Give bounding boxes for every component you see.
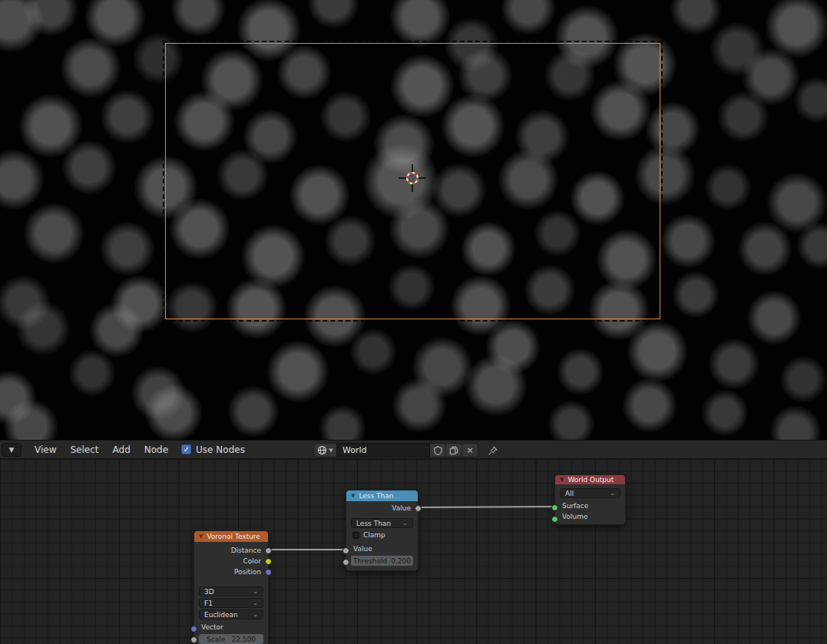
world-browse-button[interactable]: ▼ (313, 443, 337, 457)
node-header[interactable]: ▼ Voronoi Texture (194, 531, 268, 542)
output-color-label: Color (243, 557, 262, 565)
bokeh-blob (557, 348, 604, 395)
socket-distance-output[interactable] (265, 547, 272, 554)
pin-id-button[interactable] (488, 445, 498, 456)
3d-viewport-render[interactable] (0, 0, 827, 440)
bokeh-blob (0, 149, 45, 210)
bokeh-blob (779, 355, 827, 403)
output-value-label: Value (392, 504, 411, 512)
bokeh-blob (61, 140, 117, 195)
bokeh-blob (742, 48, 801, 107)
menu-select[interactable]: Select (63, 444, 105, 455)
shader-node-editor[interactable]: ▼ Voronoi Texture Distance Color Positio… (0, 459, 827, 644)
node-world-output[interactable]: ▼ World Output All ⌄ Surface Volume (554, 474, 626, 525)
bokeh-blob (266, 340, 329, 403)
close-icon: × (466, 445, 473, 455)
bokeh-blob (392, 378, 447, 433)
bokeh-blob (708, 338, 759, 389)
bokeh-blob (60, 37, 121, 97)
bokeh-blob (100, 221, 155, 276)
world-datablock-widget: ▼ World × (313, 443, 498, 457)
bokeh-blob (672, 271, 719, 319)
editor-type-dropdown[interactable]: ▼ (2, 443, 22, 457)
bokeh-blob (737, 221, 792, 276)
dimensions-dropdown[interactable]: 3D ⌄ (199, 586, 263, 596)
bokeh-blob (23, 0, 78, 37)
socket-value-input[interactable] (342, 547, 349, 554)
blender-window: ▼ View Select Add Node ✓ Use Nodes ▼ Wor… (0, 0, 827, 644)
clamp-toggle[interactable]: Clamp (346, 530, 418, 540)
bokeh-blob (547, 400, 595, 440)
chevron-down-icon: ⌄ (253, 588, 258, 595)
input-value-label: Value (353, 545, 372, 553)
menu-add[interactable]: Add (106, 444, 137, 455)
pin-icon (488, 445, 498, 456)
bokeh-blob (796, 222, 827, 269)
collapse-triangle-icon[interactable]: ▼ (560, 477, 564, 483)
operation-dropdown[interactable]: Less Than ⌄ (351, 518, 413, 528)
input-volume-label: Volume (562, 513, 587, 520)
menu-node[interactable]: Node (137, 444, 175, 455)
socket-volume-input[interactable] (551, 516, 558, 523)
use-nodes-checkbox[interactable]: ✓ (181, 444, 191, 454)
bokeh-blob (227, 385, 279, 437)
world-name-field[interactable]: World (337, 443, 430, 457)
duplicate-datablock-button[interactable] (446, 443, 462, 457)
node-header[interactable]: ▼ Less Than (346, 490, 418, 501)
bokeh-blob (349, 328, 397, 375)
chevron-down-icon: ⌄ (253, 611, 258, 618)
node-less-than[interactable]: ▼ Less Than Value Less Than ⌄ Clamp Valu… (346, 490, 418, 571)
link-lessthan-value-to-world-surface[interactable] (418, 507, 554, 507)
distance-metric-dropdown[interactable]: Euclidean ⌄ (199, 609, 263, 619)
output-distance-label: Distance (231, 547, 261, 554)
bokeh-blob (660, 213, 716, 269)
bokeh-blob (412, 336, 472, 397)
bokeh-blob (89, 302, 144, 358)
bokeh-blob (68, 349, 116, 397)
scale-slider[interactable]: Scale 22.500 (199, 634, 263, 644)
bokeh-blob (627, 321, 687, 381)
input-surface-label: Surface (562, 502, 588, 510)
feature-dropdown[interactable]: F1 ⌄ (199, 598, 263, 608)
menu-view[interactable]: View (28, 444, 63, 455)
socket-threshold-input[interactable] (342, 559, 349, 566)
collapse-triangle-icon[interactable]: ▼ (351, 494, 355, 499)
chevron-down-icon: ⌄ (253, 599, 258, 606)
chevron-down-icon: ⌄ (402, 520, 408, 527)
use-nodes-toggle[interactable]: ✓ Use Nodes (181, 444, 245, 455)
bokeh-blob (15, 301, 71, 356)
bokeh-blob (23, 203, 84, 263)
socket-color-output[interactable] (265, 558, 272, 565)
bokeh-blob (704, 163, 752, 211)
bokeh-blob (170, 0, 226, 37)
bokeh-blob (84, 0, 145, 48)
bokeh-blob (746, 290, 802, 345)
chevron-down-icon: ▼ (9, 446, 15, 454)
node-title: Less Than (359, 492, 393, 500)
bokeh-blob (144, 384, 203, 440)
bokeh-blob (793, 76, 827, 124)
bokeh-blob (131, 365, 186, 421)
bokeh-blob (670, 0, 721, 35)
node-header[interactable]: ▼ World Output (555, 475, 625, 484)
node-editor-header: ▼ View Select Add Node ✓ Use Nodes ▼ Wor… (0, 440, 827, 459)
socket-vector-input[interactable] (190, 626, 197, 632)
target-dropdown[interactable]: All ⌄ (560, 488, 620, 498)
threshold-slider[interactable]: Threshold 0.200 (351, 556, 413, 566)
bokeh-blob (485, 319, 541, 375)
socket-surface-input[interactable] (551, 504, 558, 511)
globe-icon (317, 445, 327, 455)
clamp-checkbox[interactable] (352, 532, 359, 539)
socket-position-output[interactable] (265, 569, 272, 576)
3d-cursor[interactable] (399, 164, 426, 192)
use-nodes-label: Use Nodes (196, 444, 245, 455)
collapse-triangle-icon[interactable]: ▼ (199, 534, 203, 540)
socket-value-output[interactable] (415, 505, 422, 512)
fake-user-button[interactable] (430, 443, 446, 457)
socket-scale-input[interactable] (190, 636, 197, 643)
node-title: World Output (567, 476, 614, 484)
bokeh-blob (765, 0, 827, 58)
node-voronoi-texture[interactable]: ▼ Voronoi Texture Distance Color Positio… (194, 530, 269, 644)
bokeh-blob (319, 405, 366, 440)
unlink-datablock-button[interactable]: × (462, 443, 478, 457)
